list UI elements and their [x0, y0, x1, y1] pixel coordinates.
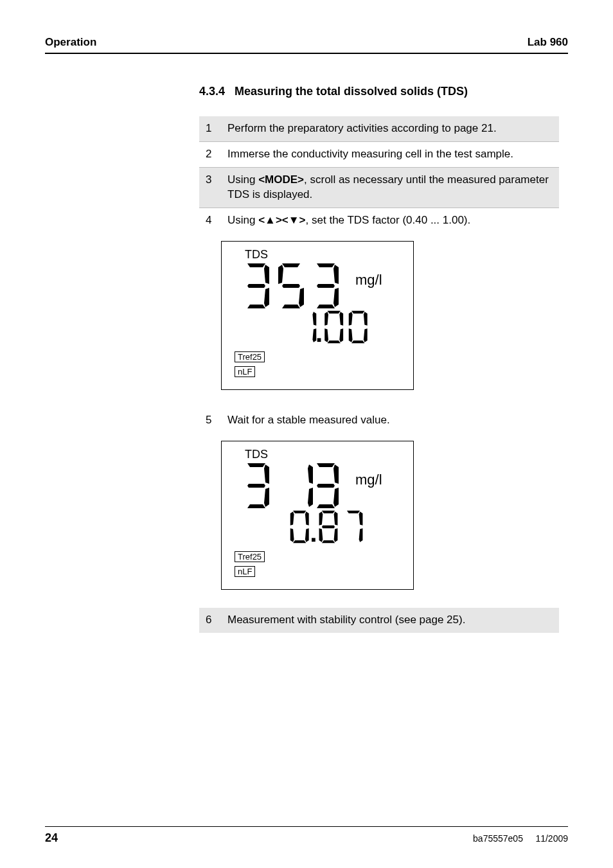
lcd-unit: mg/l [355, 272, 382, 288]
step-text: Using <▲><▼>, set the TDS factor (0.40 .… [221, 208, 559, 233]
lcd-tag-nlf: nLF [235, 566, 255, 577]
step-row: 1 Perform the preparatory activities acc… [199, 116, 559, 141]
lcd-tag-tref: Tref25 [235, 351, 265, 362]
lcd-mode-label: TDS [245, 248, 404, 261]
footer-rule [45, 826, 568, 827]
steps-table-c: 6 Measurement with stability control (se… [199, 608, 559, 633]
lcd-display-2: TDS mg/l [221, 441, 559, 590]
step-number: 2 [199, 141, 221, 167]
svg-rect-7 [317, 338, 321, 342]
step-row: 5 Wait for a stable measured value. [199, 408, 559, 433]
section-number: 4.3.4 [199, 85, 225, 98]
footer-meta: ba75557e05 11/2009 [473, 833, 568, 844]
header-right: Lab 960 [528, 36, 568, 49]
page-footer: 24 ba75557e05 11/2009 [45, 831, 568, 845]
page-number: 24 [45, 831, 58, 845]
section-heading: 4.3.4 Measuring the total dissolved soli… [199, 85, 559, 98]
step-number: 6 [199, 608, 221, 633]
lcd-secondary-reading [287, 510, 370, 544]
step-number: 4 [199, 208, 221, 233]
steps-table-a: 1 Perform the preparatory activities acc… [199, 116, 559, 233]
step-number: 5 [199, 408, 221, 433]
step-text: Wait for a stable measured value. [221, 408, 559, 433]
step-row: 2 Immerse the conductivity measuring cel… [199, 141, 559, 167]
step-number: 1 [199, 116, 221, 141]
lcd-tag-nlf: nLF [235, 366, 255, 377]
header-left: Operation [45, 36, 96, 49]
step-number: 3 [199, 167, 221, 208]
section-title: Measuring the total dissolved solids (TD… [235, 85, 468, 98]
header-rule [45, 53, 568, 54]
step-text: Measurement with stability control (see … [221, 608, 559, 633]
lcd-unit: mg/l [355, 472, 382, 488]
step-row: 4 Using <▲><▼>, set the TDS factor (0.40… [199, 208, 559, 233]
svg-rect-8 [312, 538, 315, 542]
step-text: Perform the preparatory activities accor… [221, 116, 559, 141]
step-text: Immerse the conductivity measuring cell … [221, 141, 559, 167]
steps-table-b: 5 Wait for a stable measured value. [199, 408, 559, 433]
lcd-tag-tref: Tref25 [235, 551, 265, 562]
page-header: Operation Lab 960 [45, 36, 568, 53]
lcd-primary-reading [241, 463, 344, 509]
lcd-mode-label: TDS [245, 448, 404, 461]
step-row: 3 Using <MODE>, scroll as necessary unti… [199, 167, 559, 208]
lcd-display-1: TDS mg/l [221, 241, 559, 390]
lcd-primary-reading [241, 263, 344, 309]
step-row: 6 Measurement with stability control (se… [199, 608, 559, 633]
lcd-secondary-reading [287, 310, 370, 344]
step-text: Using <MODE>, scroll as necessary until … [221, 167, 559, 208]
